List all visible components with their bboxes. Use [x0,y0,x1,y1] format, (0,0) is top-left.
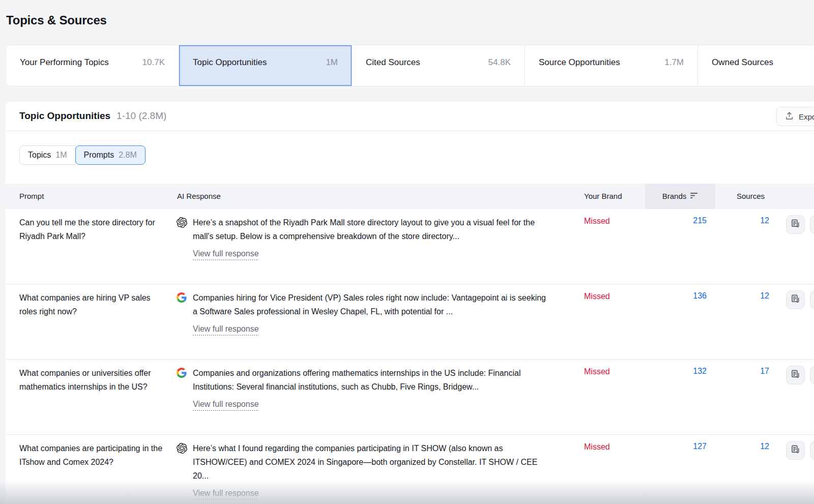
tab-label: Cited Sources [366,57,420,68]
sources-count-link[interactable]: 12 [715,216,769,225]
brands-count-link[interactable]: 215 [645,216,707,225]
view-prompts-button[interactable] [786,215,805,234]
tab[interactable]: Topic Opportunities 1M [179,45,352,86]
openai-icon [177,443,187,454]
upload-icon [785,111,794,122]
tab[interactable]: Cited Sources 54.8K [352,45,525,86]
table-row: Can you tell me the store directory for … [6,209,814,284]
column-header-your-brand[interactable]: Your Brand [584,184,622,209]
divider [6,131,814,131]
sources-count-link[interactable]: 17 [715,367,769,376]
article-copy-icon [791,444,800,456]
your-brand-status: Missed [584,217,610,226]
page-title: Topics & Sources [6,13,107,27]
ai-response: Companies hiring for Vice President (VP)… [193,291,552,336]
tab-label: Topic Opportunities [193,57,267,68]
secondary-action-button[interactable] [810,366,814,384]
google-icon [177,368,187,378]
ai-response-text: Here’s a snapshot of the Riyadh Park Mal… [193,218,535,241]
brands-count-link[interactable]: 136 [645,291,707,301]
tab-label: Your Performing Topics [20,57,109,68]
prompt-text: What companies are hiring VP sales roles… [19,291,168,318]
ai-response: Here’s a snapshot of the Riyadh Park Mal… [193,216,552,260]
view-prompts-button[interactable] [786,441,805,460]
toggle-count: 2.8M [119,151,137,160]
tab-count: 1.7M [664,57,684,68]
tab-count: 1M [326,57,338,68]
column-header-sources[interactable]: Sources [737,184,765,209]
panel-title: Topic Opportunities [19,110,110,122]
ai-response-text: Here’s what I found regarding the compan… [193,444,537,480]
article-copy-icon [791,294,800,306]
view-prompts-button[interactable] [786,290,805,309]
view-full-response-link[interactable]: View full response [193,486,259,500]
view-prompts-button[interactable] [786,366,805,384]
sort-descending-icon [690,184,698,209]
article-copy-icon [791,219,800,230]
ai-response-text: Companies hiring for Vice President (VP)… [193,293,546,316]
brands-count-link[interactable]: 132 [645,367,707,376]
ai-response: Companies and organizations offering mat… [193,366,552,411]
your-brand-status: Missed [584,292,610,301]
toggle-button[interactable]: Topics 1M [19,145,76,165]
tab-count: 54.8K [488,57,511,68]
table-row: What companies are participating in the … [6,435,814,504]
tab-label: Source Opportunities [539,57,620,68]
prompt-text: Can you tell me the store directory for … [19,216,168,243]
your-brand-status: Missed [584,442,610,452]
tab[interactable]: Your Performing Topics 10.7K [6,45,179,86]
prompt-text: What companies are participating in the … [19,441,168,469]
table-row: What companies are hiring VP sales roles… [6,284,814,360]
table-row: What companies or universities offer mat… [6,360,814,435]
google-icon [177,292,187,303]
topic-opportunities-panel: Topic Opportunities 1-10 (2.8M) Export T… [6,102,814,504]
secondary-action-button[interactable] [810,290,814,309]
view-full-response-link[interactable]: View full response [193,397,259,411]
table-body: Can you tell me the store directory for … [6,209,814,504]
secondary-action-button[interactable] [810,441,814,460]
tab-label: Owned Sources [712,57,773,68]
openai-icon [177,217,187,228]
panel-header: Topic Opportunities 1-10 (2.8M) [19,110,166,122]
ai-response-text: Companies and organizations offering mat… [193,369,521,391]
article-copy-icon [791,369,800,381]
brands-header-label: Brands [662,184,687,209]
view-full-response-link[interactable]: View full response [193,322,259,336]
sources-count-link[interactable]: 12 [715,291,769,301]
tab[interactable]: Source Opportunities 1.7M [525,45,698,86]
toggle-button[interactable]: Prompts 2.8M [75,145,146,165]
ai-response: Here’s what I found regarding the compan… [193,441,552,500]
toggle-count: 1M [55,151,67,160]
export-button[interactable]: Export [776,107,814,126]
column-header-ai-response: AI Response [177,184,221,209]
export-label: Export [799,112,814,121]
prompt-text: What companies or universities offer mat… [19,366,168,394]
topics-prompts-toggle: Topics 1M Prompts 2.8M [19,145,146,165]
tab[interactable]: Owned Sources [698,45,814,86]
view-full-response-link[interactable]: View full response [193,247,259,260]
sources-count-link[interactable]: 12 [715,442,769,451]
toggle-label: Prompts [84,151,114,160]
brands-count-link[interactable]: 127 [645,442,707,451]
column-header-brands[interactable]: Brands [645,184,715,209]
tab-count: 10.7K [142,57,165,68]
topics-sources-tabbar: Your Performing Topics 10.7K Topic Oppor… [6,45,814,86]
table-header: Prompt AI Response Your Brand Brands Sou… [6,184,814,209]
secondary-action-button[interactable] [810,215,814,234]
panel-range: 1-10 (2.8M) [117,110,166,122]
column-header-prompt: Prompt [19,184,44,209]
toggle-label: Topics [28,151,51,160]
your-brand-status: Missed [584,367,610,376]
